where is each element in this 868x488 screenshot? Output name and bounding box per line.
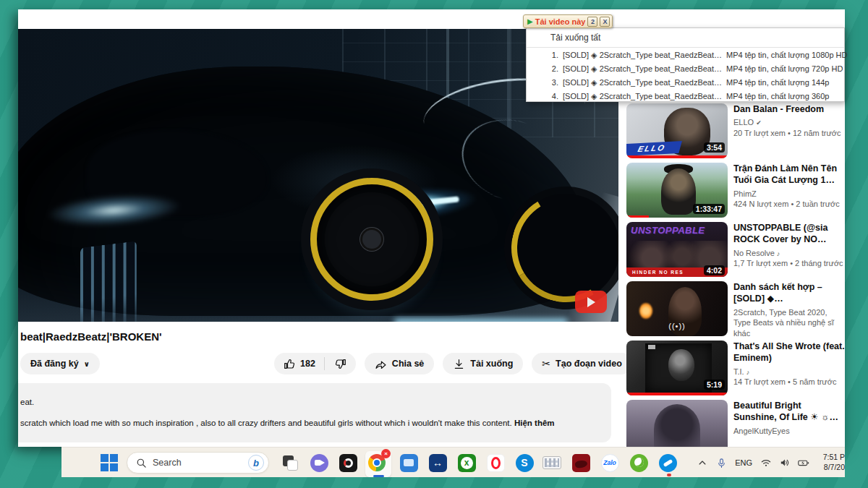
recommended-video[interactable]: ELLO 3:54 Dan Balan - Freedom ELLO✔ 20 T… — [626, 103, 845, 160]
video-title: UNSTOPPABLE (@sia ROCK Cover by NO RESOL… — [733, 222, 845, 246]
video-thumbnail[interactable]: 1:33:47 — [626, 163, 728, 218]
description-line: scratch which load me with so much inspi… — [20, 419, 600, 427]
recommended-video[interactable]: 1:33:47 Trận Đánh Làm Nên Tên Tuổi Gia C… — [626, 163, 845, 219]
channel-name: PhimZ — [733, 189, 845, 200]
game-icon — [572, 454, 590, 472]
like-count: 182 — [300, 359, 315, 369]
idm-download-item[interactable]: 1. [SOLD] ◈ 2Scratch_Type beat_RaedzBeat… — [527, 51, 844, 64]
tray-date: 8/7/20 — [813, 463, 845, 473]
idm-download-all-link[interactable]: Tải xuống tất — [550, 33, 600, 43]
idm-download-button[interactable]: ▶ Tải video này 2 X — [523, 14, 613, 28]
tray-expand-button[interactable] — [693, 448, 712, 477]
underglow-bar — [394, 319, 568, 322]
video-chat-app-button[interactable] — [309, 453, 329, 473]
share-icon — [375, 358, 387, 370]
obs-studio-button[interactable] — [338, 453, 358, 473]
channel-name: No Resolve♪ — [733, 248, 845, 259]
car-front-wheel — [310, 178, 433, 301]
download-label: Tải xuống — [470, 359, 513, 369]
video-thumbnail[interactable] — [626, 400, 728, 447]
channel-name: T.I.♪ — [733, 367, 845, 377]
music-note-icon: ♪ — [746, 369, 750, 376]
recommended-video[interactable]: 5:19 That's All She Wrote (feat. Eminem)… — [626, 341, 845, 397]
clip-label: Tạo đoạn video — [556, 359, 622, 369]
video-thumbnail[interactable]: ((•)) — [626, 281, 728, 336]
battery-charging-icon — [797, 457, 810, 468]
thumbnail-banner: ELLO — [626, 141, 682, 156]
xbox-button[interactable]: x — [456, 453, 477, 473]
idm-download-panel: Tải xuống tất 1. [SOLD] ◈ 2Scratch_Type … — [526, 27, 845, 102]
opera-icon — [487, 454, 505, 472]
wifi-icon — [760, 457, 772, 468]
recommended-playlist[interactable]: ((•)) Danh sách kết hợp – [SOLD] ◆ 2Scra… — [626, 281, 845, 338]
coccoc-icon — [630, 454, 648, 472]
thumbs-down-icon — [334, 358, 346, 370]
thumbnail-art — [648, 345, 655, 349]
channel-name: ELLO✔ — [733, 117, 845, 128]
mix-icon: ((•)) — [626, 322, 728, 330]
skype-button[interactable]: S — [514, 453, 535, 473]
idm-close-button[interactable]: X — [600, 17, 610, 27]
share-button[interactable]: Chia sẻ — [365, 353, 434, 374]
search-input[interactable]: Search b — [127, 452, 269, 474]
teamviewer-button[interactable]: ↔ — [427, 453, 448, 473]
watched-progress — [626, 155, 728, 158]
idm-download-item[interactable]: 4. [SOLD] ◈ 2Scratch_Type beat_RaedzBeat… — [527, 92, 844, 106]
idm-download-item[interactable]: 3. [SOLD] ◈ 2Scratch_Type beat_RaedzBeat… — [527, 78, 844, 92]
play-icon: ▶ — [527, 17, 533, 25]
channel-name: 2Scratch, Type Beat 2020, Type Beats và … — [733, 307, 845, 340]
volume-tray-button[interactable] — [775, 448, 794, 477]
video-thumbnail[interactable]: ELLO 3:54 — [626, 103, 728, 158]
zalo-button[interactable]: Zalo — [600, 453, 620, 473]
teamviewer-icon: ↔ — [429, 454, 447, 472]
like-button[interactable]: 182 — [274, 358, 324, 370]
windows-logo-icon — [101, 454, 118, 471]
video-meta: 424 N lượt xem • 2 tuần trước — [733, 200, 845, 208]
action-bar: 182 Chia sẻ Tải xuống ✂ Tạo đoạn video — [274, 353, 663, 374]
description-line: eat. — [20, 398, 600, 406]
channel-name: AngelKuttyEyes — [733, 426, 845, 437]
idm-download-item[interactable]: 2. [SOLD] ◈ 2Scratch_Type beat_RaedzBeat… — [527, 64, 844, 78]
video-title: Beautiful Bright Sunshine, Of Life ☀ ☼ [… — [733, 400, 845, 424]
play-icon — [587, 297, 595, 307]
battery-tray-button[interactable] — [794, 448, 813, 477]
obs-icon — [339, 454, 357, 472]
opera-button[interactable] — [485, 453, 506, 473]
download-button[interactable]: Tải xuống — [443, 353, 523, 374]
verified-icon: ✔ — [756, 119, 762, 127]
youtube-watermark-icon[interactable] — [575, 291, 607, 313]
taskbar: Search b × ↔ x S Zalo — [61, 447, 845, 477]
xbox-icon: x — [458, 454, 476, 472]
task-view-button[interactable] — [280, 453, 300, 473]
clip-button[interactable]: ✂ Tạo đoạn video — [532, 353, 631, 374]
subscribe-button[interactable]: Đã đăng ký ∨ — [20, 353, 100, 374]
video-thumbnail[interactable]: UNSTOPPABLE HINDER NO RES 4:02 — [626, 222, 728, 277]
remote-desktop-icon — [400, 454, 418, 472]
download-icon — [453, 358, 465, 370]
watched-progress — [626, 215, 649, 218]
chrome-button[interactable]: × — [367, 453, 387, 473]
skype-icon: S — [516, 454, 534, 472]
unikey-button[interactable] — [542, 453, 562, 473]
clock[interactable]: 7:51 P 8/7/20 — [813, 453, 845, 472]
zalo-call-button[interactable] — [658, 453, 678, 473]
description-box[interactable]: eat. scratch which load me with so much … — [18, 383, 611, 442]
wifi-tray-button[interactable] — [757, 448, 775, 477]
start-button[interactable] — [99, 453, 119, 473]
coccoc-button[interactable] — [629, 453, 649, 473]
task-view-icon — [281, 453, 299, 472]
show-more-link[interactable]: Hiện thêm — [514, 419, 555, 427]
game-app-button[interactable] — [571, 453, 591, 473]
language-indicator[interactable]: ENG — [731, 458, 757, 467]
recommended-video[interactable]: Beautiful Bright Sunshine, Of Life ☀ ☼ [… — [626, 400, 845, 447]
remote-desktop-button[interactable] — [399, 453, 419, 473]
duration-badge: 3:54 — [704, 142, 725, 153]
music-note-icon: ♪ — [777, 250, 780, 257]
subscribe-label: Đã đăng ký — [30, 359, 79, 369]
zalo-icon: Zalo — [601, 454, 619, 472]
recommended-video[interactable]: UNSTOPPABLE HINDER NO RES 4:02 UNSTOPPAB… — [626, 222, 845, 278]
microphone-tray-button[interactable] — [712, 448, 731, 477]
dislike-button[interactable] — [325, 358, 356, 370]
video-thumbnail[interactable]: 5:19 — [626, 341, 728, 395]
idm-count-badge[interactable]: 2 — [587, 17, 597, 27]
